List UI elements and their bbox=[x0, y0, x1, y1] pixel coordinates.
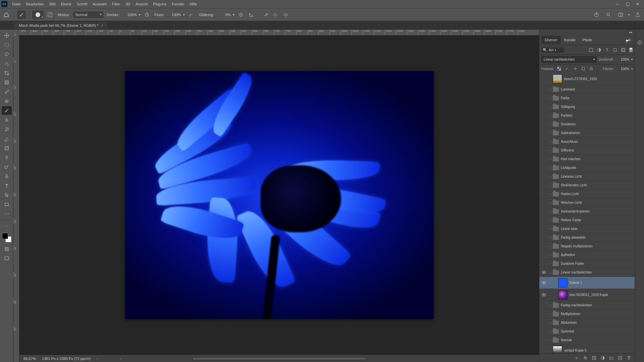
layer-fill-value[interactable]: 100% bbox=[616, 67, 629, 71]
layer-name[interactable]: Hart mischen bbox=[561, 157, 633, 161]
layer-group[interactable]: ›Hart mischen bbox=[539, 155, 635, 164]
quick-mask-tool[interactable] bbox=[2, 245, 12, 253]
lock-all-icon[interactable] bbox=[588, 66, 594, 72]
visibility-toggle[interactable] bbox=[539, 292, 548, 297]
visibility-toggle[interactable] bbox=[539, 270, 548, 275]
filter-shape-icon[interactable] bbox=[612, 47, 619, 53]
layer-opacity-value[interactable]: 100% bbox=[616, 58, 629, 61]
menu-bearbeiten[interactable]: Bearbeiten bbox=[23, 0, 47, 8]
quick-select-tool[interactable] bbox=[2, 59, 12, 68]
gradient-tool[interactable] bbox=[2, 144, 12, 153]
tab-channels[interactable]: Kanäle bbox=[561, 36, 579, 44]
layer-name[interactable]: Aufhellen bbox=[561, 253, 633, 257]
layer-item[interactable]: bee-5618012_1920 Kopie bbox=[539, 289, 635, 301]
layer-name[interactable]: Sättigung bbox=[561, 105, 633, 109]
screen-mode-tool[interactable] bbox=[2, 254, 12, 263]
lock-position-icon[interactable] bbox=[572, 66, 578, 72]
disclosure-triangle[interactable]: › bbox=[548, 262, 553, 265]
layer-name[interactable]: Multiplizieren bbox=[561, 312, 633, 316]
disclosure-triangle[interactable]: › bbox=[548, 184, 553, 187]
layer-name[interactable]: Negativ multiplizieren bbox=[561, 244, 633, 248]
layer-group[interactable]: ›Differenz bbox=[539, 146, 635, 155]
layer-group[interactable]: ›Hartes Licht bbox=[539, 190, 635, 198]
layer-item[interactable]: beach-2179361_1920 bbox=[539, 73, 635, 85]
artboard[interactable] bbox=[125, 71, 434, 319]
new-group-icon[interactable] bbox=[608, 355, 614, 361]
angle-value[interactable]: -2° bbox=[258, 13, 269, 17]
layer-name[interactable]: Ebene 1 bbox=[570, 281, 633, 285]
crop-tool[interactable] bbox=[2, 69, 12, 77]
layer-name[interactable]: Normal bbox=[561, 338, 633, 342]
new-layer-icon[interactable] bbox=[617, 355, 623, 361]
layer-group[interactable]: ›Linear abw. bbox=[539, 225, 635, 233]
layer-name[interactable]: Luminanz bbox=[561, 87, 633, 91]
collapse-icon[interactable]: ▸▸ bbox=[629, 31, 633, 34]
layer-name[interactable]: Lichtpunkt bbox=[561, 166, 633, 170]
layer-group[interactable]: ›Hellere Farbe bbox=[539, 216, 635, 225]
clone-stamp-tool[interactable] bbox=[2, 116, 12, 124]
eyedropper-tool[interactable] bbox=[2, 87, 12, 96]
brush-tool-icon[interactable] bbox=[17, 10, 26, 19]
history-brush-tool[interactable] bbox=[2, 125, 12, 134]
panel-menu-button[interactable]: ➤≡ bbox=[626, 37, 633, 43]
layer-name[interactable]: bee-5618012_1920 Kopie bbox=[570, 293, 633, 297]
smoothing-options-icon[interactable] bbox=[236, 10, 245, 19]
filter-adjustment-icon[interactable] bbox=[596, 47, 602, 53]
disclosure-triangle[interactable]: ⌄ bbox=[548, 271, 553, 274]
chevron-left-icon[interactable]: ‹ bbox=[120, 357, 121, 360]
disclosure-triangle[interactable]: › bbox=[548, 140, 553, 143]
share-icon[interactable] bbox=[633, 10, 642, 19]
layer-name[interactable]: Differenz bbox=[561, 148, 633, 152]
layer-name[interactable]: Lineares Licht bbox=[561, 175, 633, 178]
type-tool[interactable] bbox=[2, 181, 12, 190]
layer-name[interactable]: Sprenkel bbox=[561, 329, 633, 333]
menu-ansicht[interactable]: Ansicht bbox=[133, 0, 150, 8]
layer-group[interactable]: ›Weiches Licht bbox=[539, 198, 635, 207]
layer-group[interactable]: ›Ausschluss bbox=[539, 137, 635, 146]
layer-name[interactable]: Linear abw. bbox=[561, 227, 633, 231]
filter-pixel-icon[interactable] bbox=[588, 47, 594, 53]
disclosure-triangle[interactable]: › bbox=[548, 236, 553, 239]
symmetry-icon[interactable] bbox=[281, 10, 290, 19]
disclosure-triangle[interactable]: › bbox=[548, 253, 553, 257]
layer-name[interactable]: Weiches Licht bbox=[561, 201, 633, 204]
layer-name[interactable]: Farbton bbox=[561, 114, 633, 117]
rectangle-tool[interactable] bbox=[2, 200, 12, 209]
layer-name[interactable]: Hellere Farbe bbox=[561, 218, 633, 222]
disclosure-triangle[interactable]: › bbox=[548, 321, 553, 324]
menu-auswahl[interactable]: Auswahl bbox=[90, 0, 109, 8]
layer-name[interactable]: Linear nachbelichten bbox=[561, 270, 633, 274]
disclosure-triangle[interactable]: › bbox=[548, 175, 553, 178]
layer-group[interactable]: ⌄Linear nachbelichten bbox=[539, 268, 635, 277]
menu-datei[interactable]: Datei bbox=[9, 0, 23, 8]
menu-3d[interactable]: 3D bbox=[123, 0, 133, 8]
layer-group[interactable]: ›Farbig abwedeln bbox=[539, 233, 635, 242]
layer-group[interactable]: ›Aufhellen bbox=[539, 251, 635, 259]
layer-group[interactable]: ›Farbe bbox=[539, 94, 635, 103]
move-tool[interactable] bbox=[2, 31, 12, 40]
layer-thumbnail[interactable] bbox=[558, 290, 568, 300]
pen-tool[interactable] bbox=[2, 172, 12, 181]
chevron-right-icon[interactable]: › bbox=[97, 357, 98, 360]
layer-blend-mode[interactable]: Linear nachbelichten bbox=[541, 56, 597, 63]
disclosure-triangle[interactable]: › bbox=[548, 312, 553, 316]
layer-group[interactable]: ›Ineinanderkopieren bbox=[539, 207, 635, 216]
smoothing-value[interactable]: 0% bbox=[217, 13, 231, 17]
layer-list[interactable]: beach-2179361_1920›Luminanz›Farbe›Sättig… bbox=[539, 73, 635, 353]
disclosure-triangle[interactable]: › bbox=[548, 105, 553, 109]
layer-group[interactable]: ›Lineares Licht bbox=[539, 172, 635, 181]
filter-toggle[interactable] bbox=[629, 48, 633, 52]
document-tab[interactable]: Misch Modis.psdc bei 66,7% (Ebene 1, RGB… bbox=[14, 22, 108, 29]
foreground-color[interactable] bbox=[2, 233, 8, 239]
marquee-tool[interactable] bbox=[2, 41, 12, 49]
lasso-tool[interactable] bbox=[2, 50, 12, 59]
more-tools[interactable]: ⋯ bbox=[2, 209, 12, 218]
menu-schrift[interactable]: Schrift bbox=[74, 0, 90, 8]
path-select-tool[interactable] bbox=[2, 191, 12, 199]
menu-ebene[interactable]: Ebene bbox=[58, 0, 74, 8]
color-swatches[interactable] bbox=[2, 233, 11, 242]
brush-preset-picker[interactable]: ▾ bbox=[32, 10, 44, 19]
edit-toolbar[interactable]: ⋯ bbox=[2, 222, 12, 231]
layer-filter-type[interactable]: 🔍 Art ▾ bbox=[541, 47, 564, 53]
zoom-level[interactable]: 66,67% bbox=[23, 357, 36, 361]
